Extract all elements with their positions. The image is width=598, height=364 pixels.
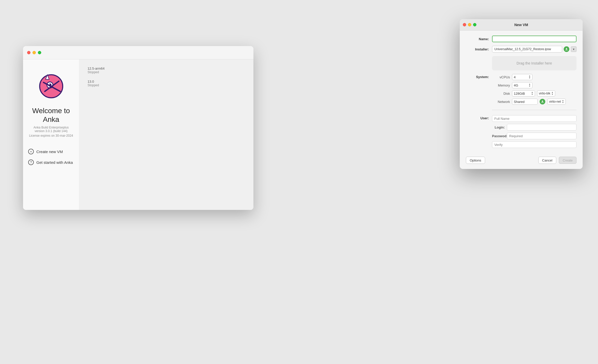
dialog-traffic-lights xyxy=(463,23,476,26)
login-label: Login: xyxy=(492,125,505,129)
version-text: Anka Build Enterpriseplus version 3.0.1 … xyxy=(28,126,74,133)
disk-driver-select[interactable]: virtio-blk ▲ ▼ xyxy=(537,90,555,97)
get-started-icon: ? xyxy=(28,159,34,165)
cancel-button[interactable]: Cancel xyxy=(538,157,556,164)
create-vm-icon: + xyxy=(28,149,34,154)
minimize-button[interactable] xyxy=(33,51,36,54)
installer-label: Installer: xyxy=(466,47,489,51)
vm-list-item-2[interactable]: 13.0 Stopped xyxy=(84,78,248,89)
memory-stepper[interactable]: ▲ ▼ xyxy=(529,83,531,87)
app-logo xyxy=(36,70,67,100)
vcpus-row: vCPUs 4 ▲ ▼ xyxy=(492,74,576,80)
system-fields: vCPUs 4 ▲ ▼ Memory 4G ▲ xyxy=(492,74,576,105)
window-titlebar xyxy=(23,46,253,59)
network-driver-select[interactable]: virtio-net ▲ ▼ xyxy=(547,99,566,105)
svg-rect-8 xyxy=(565,50,568,50)
disk-input[interactable]: 128GiB ▲ ▼ xyxy=(512,90,535,97)
network-driver-value: virtio-net xyxy=(549,100,561,103)
fullname-input[interactable] xyxy=(492,115,576,122)
memory-row: Memory 4G ▲ ▼ xyxy=(492,82,576,88)
get-started-label: Get started with Anka xyxy=(36,160,73,165)
divider-row xyxy=(466,108,576,112)
system-label: System: xyxy=(466,74,489,79)
network-select[interactable]: Shared xyxy=(512,99,538,105)
create-vm-action[interactable]: + Create new VM xyxy=(28,148,74,155)
network-driver-stepper[interactable]: ▲ ▼ xyxy=(562,100,564,104)
vcpus-stepper[interactable]: ▲ ▼ xyxy=(529,75,531,79)
verify-input[interactable] xyxy=(492,141,576,148)
vm-name-1: 12.5-arm64 xyxy=(88,67,245,70)
network-label: Network xyxy=(492,100,510,104)
name-row: Name: xyxy=(466,36,576,42)
disk-driver-value: virtio-blk xyxy=(539,92,550,95)
footer-buttons: Cancel Create xyxy=(538,157,577,164)
disk-value: 128GiB xyxy=(514,92,525,95)
new-vm-dialog: New VM Name: Installer: UniversalMac_12.… xyxy=(460,19,583,169)
password-label: Passwod: xyxy=(492,134,505,138)
vm-status-2: Stopped xyxy=(88,83,245,87)
main-window: Welcome to Anka Anka Build Enterpriseplu… xyxy=(23,46,253,210)
user-fields: Login: Passwod: xyxy=(492,115,576,148)
dialog-titlebar: New VM xyxy=(460,19,583,30)
installer-row: Installer: UniversalMac_12.5_21G72_Resto… xyxy=(466,46,576,52)
vcpus-value: 4 xyxy=(514,75,516,79)
system-row: System: vCPUs 4 ▲ ▼ Memory xyxy=(466,74,576,105)
window-content: Welcome to Anka Anka Build Enterpriseplu… xyxy=(23,59,253,210)
vm-status-1: Stopped xyxy=(88,70,245,74)
dialog-minimize-button[interactable] xyxy=(468,23,471,26)
network-green-button[interactable] xyxy=(540,99,545,104)
network-row: Network Shared virtio-net ▲ xyxy=(492,99,576,105)
dialog-title: New VM xyxy=(514,23,528,27)
disk-stepper[interactable]: ▲ ▼ xyxy=(531,91,533,95)
memory-input[interactable]: 4G ▲ ▼ xyxy=(512,82,532,88)
installer-field: UniversalMac_12.5_21G72_Restore.ipsw ▼ xyxy=(492,46,576,52)
welcome-title: Welcome to Anka xyxy=(28,106,74,124)
password-row: Passwod: xyxy=(492,133,576,139)
section-divider xyxy=(492,110,576,110)
dialog-footer: Options Cancel Create xyxy=(460,154,583,164)
drag-zone[interactable]: Drag the Installer here xyxy=(492,56,576,70)
login-input[interactable] xyxy=(507,124,576,131)
disk-label: Disk xyxy=(492,92,510,95)
login-row: Login: xyxy=(492,124,576,131)
vm-name-2: 13.0 xyxy=(88,80,245,83)
close-button[interactable] xyxy=(27,51,30,54)
installer-dropdown-button[interactable]: ▼ xyxy=(571,46,576,52)
create-button[interactable]: Create xyxy=(559,157,576,164)
sidebar-actions: + Create new VM ? Get started with Anka xyxy=(28,148,74,166)
dialog-close-button[interactable] xyxy=(463,23,466,26)
memory-label: Memory xyxy=(492,83,510,87)
create-vm-label: Create new VM xyxy=(36,149,63,154)
download-icon xyxy=(565,48,568,51)
sidebar: Welcome to Anka Anka Build Enterpriseplu… xyxy=(23,59,79,210)
vm-list-area: 12.5-arm64 Stopped 13.0 Stopped xyxy=(79,59,253,210)
svg-rect-9 xyxy=(541,102,544,103)
disk-driver-stepper[interactable]: ▲ ▼ xyxy=(551,91,553,95)
vcpus-input[interactable]: 4 ▲ ▼ xyxy=(512,74,532,80)
vm-list-item[interactable]: 12.5-arm64 Stopped xyxy=(84,65,248,76)
dialog-maximize-button[interactable] xyxy=(473,23,476,26)
name-input[interactable] xyxy=(492,36,576,42)
installer-download-button[interactable] xyxy=(564,46,569,52)
drag-zone-text: Drag the Installer here xyxy=(517,61,552,65)
user-row: User: Login: Passwod: xyxy=(466,115,576,148)
name-label: Name: xyxy=(466,37,489,41)
license-text: License expires on 30-mar-2024 xyxy=(29,134,73,137)
maximize-button[interactable] xyxy=(38,51,41,54)
dialog-body: Name: Installer: UniversalMac_12.5_21G72… xyxy=(460,30,583,154)
memory-value: 4G xyxy=(514,83,518,87)
disk-row: Disk 128GiB ▲ ▼ virtio-blk ▲ ▼ xyxy=(492,90,576,97)
vcpus-label: vCPUs xyxy=(492,75,510,79)
network-value: Shared xyxy=(514,100,525,104)
network-icon xyxy=(541,100,544,103)
user-label: User: xyxy=(466,115,489,120)
installer-value[interactable]: UniversalMac_12.5_21G72_Restore.ipsw xyxy=(492,46,562,52)
get-started-action[interactable]: ? Get started with Anka xyxy=(28,158,74,166)
password-input[interactable] xyxy=(507,133,576,139)
options-button[interactable]: Options xyxy=(466,157,485,164)
